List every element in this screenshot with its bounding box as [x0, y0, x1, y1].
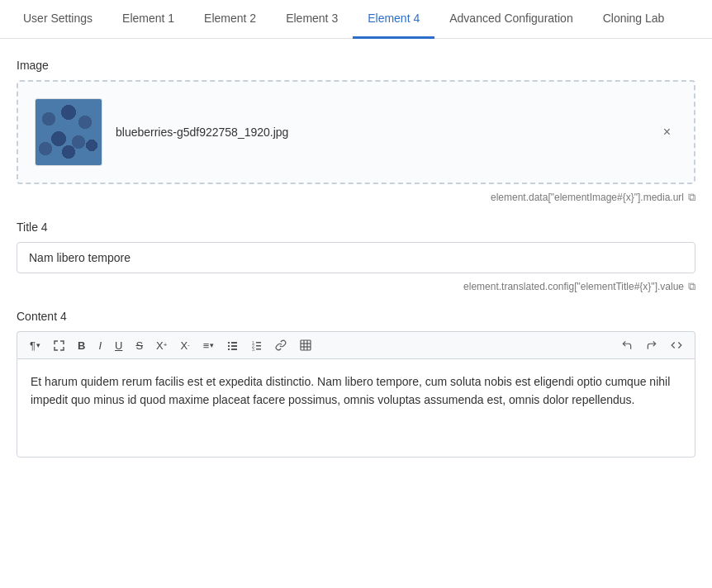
tab-cloning-lab[interactable]: Cloning Lab — [588, 0, 680, 39]
toolbar-right — [615, 335, 688, 355]
image-thumbnail — [35, 98, 102, 166]
content-section: Content 4 ¶ ▾ B I U S X+ X- ≡ ▾ — [17, 310, 695, 458]
image-remove-button[interactable]: × — [657, 122, 677, 142]
svg-rect-12 — [301, 340, 311, 350]
svg-rect-0 — [228, 342, 230, 344]
tab-element-4[interactable]: Element 4 — [353, 0, 434, 39]
ordered-list-button[interactable]: 1. 2. 3. — [245, 336, 268, 355]
image-item: blueberries-g5df922758_1920.jpg × — [35, 98, 677, 166]
tab-advanced-configuration[interactable]: Advanced Configuration — [434, 0, 587, 39]
svg-rect-1 — [231, 342, 237, 344]
table-button[interactable] — [294, 335, 317, 355]
title-variable-hint: element.translated.config["elementTitle#… — [17, 280, 695, 293]
image-copy-icon[interactable]: ⧉ — [688, 191, 695, 204]
strikethrough-button[interactable]: S — [130, 336, 149, 355]
tab-element-3[interactable]: Element 3 — [271, 0, 353, 39]
source-button[interactable] — [665, 335, 688, 355]
tab-bar: User Settings Element 1 Element 2 Elemen… — [0, 0, 712, 39]
link-button[interactable] — [269, 335, 292, 355]
image-variable-hint: element.data["elementImage#{x}"].media.u… — [17, 191, 695, 204]
image-filename: blueberries-g5df922758_1920.jpg — [116, 126, 677, 139]
align-button[interactable]: ≡ ▾ — [197, 336, 221, 355]
image-section: Image blueberries-g5df922758_1920.jpg × … — [17, 59, 695, 204]
editor-toolbar: ¶ ▾ B I U S X+ X- ≡ ▾ — [17, 331, 695, 358]
svg-rect-4 — [228, 349, 230, 350]
underline-button[interactable]: U — [109, 336, 128, 355]
fullscreen-button[interactable] — [48, 336, 70, 355]
svg-rect-2 — [228, 345, 230, 347]
content-label: Content 4 — [17, 310, 695, 323]
content-editor[interactable]: Et harum quidem rerum facilis est et exp… — [17, 358, 695, 458]
tab-element-1[interactable]: Element 1 — [107, 0, 189, 39]
title-label: Title 4 — [17, 220, 695, 234]
svg-rect-9 — [256, 342, 261, 344]
paragraph-button[interactable]: ¶ ▾ — [24, 336, 46, 355]
undo-button[interactable] — [615, 335, 638, 355]
svg-text:3.: 3. — [252, 347, 255, 351]
svg-rect-10 — [256, 345, 261, 347]
title-copy-icon[interactable]: ⧉ — [688, 280, 695, 293]
svg-rect-3 — [231, 345, 237, 347]
title-input[interactable] — [17, 242, 695, 273]
title-variable-text: element.translated.config["elementTitle#… — [463, 281, 684, 292]
image-variable-text: element.data["elementImage#{x}"].media.u… — [491, 192, 684, 203]
tab-element-2[interactable]: Element 2 — [189, 0, 271, 39]
image-label: Image — [17, 59, 695, 72]
list-button[interactable] — [221, 336, 244, 355]
svg-rect-11 — [256, 349, 261, 350]
subscript-button[interactable]: X- — [174, 336, 195, 355]
tab-user-settings[interactable]: User Settings — [8, 0, 107, 39]
italic-button[interactable]: I — [93, 336, 107, 355]
redo-button[interactable] — [640, 335, 663, 355]
superscript-button[interactable]: X+ — [150, 336, 173, 355]
main-content: Image blueberries-g5df922758_1920.jpg × … — [0, 39, 712, 477]
svg-rect-5 — [231, 349, 237, 350]
bold-button[interactable]: B — [72, 336, 91, 355]
image-dropzone[interactable]: blueberries-g5df922758_1920.jpg × — [17, 80, 695, 184]
title-section: Title 4 element.translated.config["eleme… — [17, 220, 695, 293]
blueberry-image — [36, 99, 102, 165]
